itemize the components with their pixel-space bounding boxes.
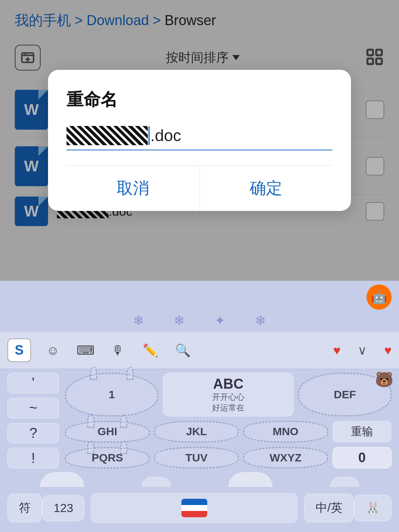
key-action-right[interactable]: 重输 [332,421,392,442]
key-wxyz-label: WXYZ [270,451,302,464]
cloud-1 [40,472,84,487]
key-1-label: 1 [109,388,115,401]
snowflake-2: ❄ [174,313,185,328]
cloud-deco [0,468,399,487]
key-123-label: 123 [54,501,73,515]
key-def-label: DEF [334,388,356,401]
key-quote[interactable]: ' [7,373,59,393]
key-bunny-pqrs[interactable]: PQRS [65,447,150,468]
key-fu-label: 符 [19,501,31,514]
flag-icon [181,499,207,517]
key-cell-action[interactable]: 重输 [332,421,392,442]
key-bear-wxyz[interactable]: WXYZ [243,447,328,468]
flag-bot [181,511,207,517]
bear-emoji: 🐻 [375,371,393,388]
key-abc-sub: 开开心心好运常在 [212,392,245,413]
bunny-ear-pqrs-left [87,441,95,454]
key-cell-tuv[interactable]: TUV [154,447,239,468]
key-abc-main: ABC [213,376,243,392]
dialog-input-area[interactable]: .doc [66,126,332,150]
key-cell-ghi[interactable]: GHI [65,421,150,442]
key-zero[interactable]: 0 [332,447,392,468]
kb-heart-left: ♥ [333,343,341,358]
cloud-2 [141,477,171,487]
key-bunny-ghi[interactable]: GHI [65,421,150,442]
key-row-1: 1 ABC 开开心心好运常在 DEF 🐻 [65,373,392,416]
kb-tool-chevron-button[interactable]: ∨ [352,340,373,361]
key-lang-label: 中/英 [316,501,342,514]
kb-heart-right: ♥ [384,343,392,358]
key-exclaim[interactable]: ! [7,448,59,468]
modal-overlay: 重命名 .doc 取消 确定 [0,0,399,281]
dialog-cancel-button[interactable]: 取消 [66,166,200,211]
keyboard-area: 🤖 ❄ ❄ ✦ ❄ S ☺ ⌨ 🎙 ✏️ 🔍 ♥ ∨ ♥ ' ~ ? ! [0,281,399,532]
keyboard-robot-row: 🤖 [0,281,399,310]
dialog-title: 重命名 [66,88,332,111]
key-main-grid: 1 ABC 开开心心好运常在 DEF 🐻 [65,373,392,468]
keyboard-deco: ❄ ❄ ✦ ❄ [0,310,399,332]
snowflake-4: ❄ [255,313,266,328]
text-cursor [149,126,150,145]
key-col-special: ' ~ ? ! [7,373,59,468]
keyboard-keys: ' ~ ? ! 1 [0,369,399,468]
key-cell-abc[interactable]: ABC 开开心心好运常在 [163,373,294,416]
key-abc[interactable]: ABC 开开心心好运常在 [163,373,294,416]
key-bear-mno[interactable]: MNO [243,421,328,442]
key-row-2: GHI JKL MNO 重输 [65,421,392,442]
key-cell-def[interactable]: DEF 🐻 [298,373,392,416]
dialog-confirm-button[interactable]: 确定 [200,166,333,211]
bunny-ear-ghi-left [87,415,95,428]
kb-tool-emoji-button[interactable]: ☺ [42,340,64,361]
key-bunny-1[interactable]: 1 [65,373,158,416]
bunny-ear-pqrs-right [120,441,127,454]
robot-icon[interactable]: 🤖 [366,284,392,310]
cloud-3 [228,472,273,487]
snowflake-1: ❄ [133,313,144,328]
key-lang-button[interactable]: 中/英 [304,494,354,522]
dialog-actions: 取消 确定 [66,165,332,211]
kb-tool-s-button[interactable]: S [7,338,31,362]
key-row-3: PQRS TUV WXYZ 0 [65,447,392,468]
key-cell-jkl[interactable]: JKL [154,421,239,442]
dialog-input-redact [66,126,148,145]
key-cell-wxyz[interactable]: WXYZ [243,447,328,468]
key-mno-label: MNO [273,425,299,438]
bunny-ear-left [90,366,97,380]
key-rabbit-icon: 🐰 [365,501,380,515]
key-tilde[interactable]: ~ [7,398,59,419]
key-jkl-label: JKL [186,425,207,438]
key-fu-button[interactable]: 符 [7,494,42,522]
key-bear-tuv[interactable]: TUV [154,447,239,468]
bunny-ear-right [126,366,134,380]
key-cell-mno[interactable]: MNO [243,421,328,442]
file-manager: 我的手机 > Download > Browser 按时间排序 [0,0,399,281]
kb-tool-mic-button[interactable]: 🎙 [107,340,129,361]
keyboard-bottom: 符 123 中/英 🐰 [0,487,399,532]
keyboard-toolbar: S ☺ ⌨ 🎙 ✏️ 🔍 ♥ ∨ ♥ [0,332,399,369]
kb-tool-pen-button[interactable]: ✏️ [140,340,161,361]
key-cell-pqrs[interactable]: PQRS [65,447,150,468]
cloud-4 [330,477,359,487]
key-bear-jkl[interactable]: JKL [154,421,239,442]
kb-tool-keyboard-button[interactable]: ⌨ [75,340,96,361]
key-question[interactable]: ? [7,423,59,444]
flag-top [181,499,207,505]
snowflake-3: ✦ [214,313,225,328]
key-cell-1[interactable]: 1 [65,373,158,416]
key-rabbit-button[interactable]: 🐰 [354,495,392,521]
kb-tool-search-button[interactable]: 🔍 [172,340,194,361]
rename-dialog: 重命名 .doc 取消 确定 [48,70,351,211]
key-tuv-label: TUV [185,451,208,464]
dialog-input-ext: .doc [150,126,181,145]
key-cell-zero[interactable]: 0 [332,447,392,468]
key-space-button[interactable] [91,493,298,523]
key-123-button[interactable]: 123 [42,495,85,521]
bunny-ear-ghi-right [120,415,127,428]
flag-mid [181,505,207,511]
